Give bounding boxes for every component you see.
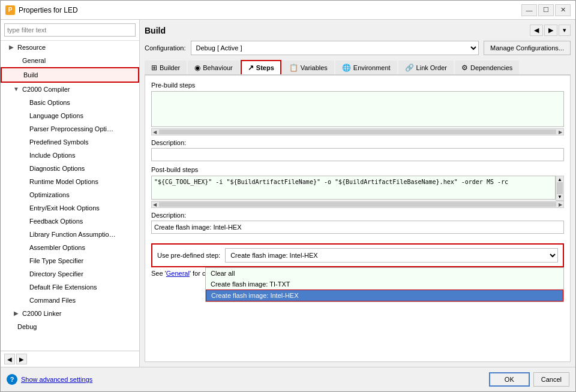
description-input-2[interactable] (151, 221, 564, 234)
tree-item-c2000-compiler[interactable]: ▼ C2000 Compiler (1, 83, 139, 96)
bottom-left: ? Show advanced settings (7, 374, 92, 385)
bottom-buttons: OK Cancel (489, 372, 569, 387)
close-button[interactable]: ✕ (555, 4, 571, 16)
tab-steps[interactable]: ↗ Steps (241, 60, 281, 74)
search-bar (1, 20, 139, 41)
help-icon[interactable]: ? (7, 374, 17, 385)
post-build-scrollbar-h[interactable]: ◀ ▶ (151, 201, 564, 208)
steps-content: Pre-build steps ◀ ▶ Description: Post-bu… (145, 75, 571, 362)
tree-item-general[interactable]: ▶ General (1, 54, 139, 67)
nav-back-button[interactable]: ◀ (4, 354, 15, 364)
tab-behaviour[interactable]: ◉ Behaviour (188, 61, 239, 74)
dropdown-option-clear-all[interactable]: Clear all (206, 268, 563, 279)
tree-label-general: General (22, 55, 46, 66)
tree-item-basic-options[interactable]: ▶ Basic Options (1, 96, 139, 109)
panel-forward-button[interactable]: ▶ (544, 25, 557, 36)
search-input[interactable] (4, 23, 136, 37)
config-select[interactable]: Debug [ Active ] (191, 41, 479, 55)
dropdown-option-intel-hex[interactable]: Create flash image: Intel-HEX (206, 290, 563, 301)
config-row: Configuration: Debug [ Active ] Manage C… (145, 41, 571, 55)
tree-item-optimizations[interactable]: ▶ Optimizations (1, 188, 139, 201)
tree-item-c2000-linker[interactable]: ▶ C2000 Linker (1, 307, 139, 320)
tab-variables-label: Variables (301, 64, 328, 71)
tree-label-parser: Parser Preprocessing Opti… (29, 123, 113, 134)
environment-icon: 🌐 (342, 64, 351, 72)
ok-button[interactable]: OK (489, 372, 530, 387)
use-predefined-select[interactable]: Clear all Create flash image: TI-TXT Cre… (225, 248, 558, 263)
tree-label-library: Library Function Assumptio… (29, 229, 116, 240)
tab-builder[interactable]: ⊞ Builder (145, 61, 187, 74)
show-advanced-link[interactable]: Show advanced settings (21, 376, 92, 383)
title-bar-left: P Properties for LED (5, 5, 78, 15)
tree-item-library-function[interactable]: ▶ Library Function Assumptio… (1, 228, 139, 241)
maximize-button[interactable]: ☐ (538, 4, 554, 16)
tree-label-build: Build (23, 70, 38, 80)
tree-item-feedback-options[interactable]: ▶ Feedback Options (1, 215, 139, 228)
tree-label-c2000-linker: C2000 Linker (22, 308, 61, 319)
tree-item-predefined-symbols[interactable]: ▶ Predefined Symbols (1, 135, 139, 149)
scroll-left-2: ◀ (153, 202, 157, 207)
dependencies-icon: ⚙ (461, 64, 468, 72)
cancel-button[interactable]: Cancel (533, 372, 569, 387)
tree-item-include-options[interactable]: ▶ Include Options (1, 149, 139, 162)
tree-item-assembler-options[interactable]: ▶ Assembler Options (1, 241, 139, 254)
main-content-area: ▶ Resource ▶ General ▶ Build ▼ C2000 Com… (1, 20, 575, 367)
tab-environment[interactable]: 🌐 Environment (335, 61, 397, 74)
tree-item-runtime-model[interactable]: ▶ Runtime Model Options (1, 175, 139, 188)
tab-dependencies-label: Dependencies (470, 64, 512, 71)
panel-title: Build (145, 26, 166, 35)
description-input-1[interactable] (151, 148, 564, 161)
dropdown-option-ti-txt[interactable]: Create flash image: TI-TXT (206, 279, 563, 290)
steps-icon: ↗ (248, 64, 254, 72)
post-build-scrollbar-v[interactable]: ▲ ▼ (556, 176, 564, 201)
use-predefined-label: Use pre-defined step: (157, 252, 220, 259)
tree-label-directory: Directory Specifier (29, 269, 83, 279)
tree-arrow-resource: ▶ (8, 44, 15, 51)
tree-item-language-options[interactable]: ▶ Language Options (1, 109, 139, 122)
use-predefined-row: Use pre-defined step: Clear all Create f… (151, 243, 564, 267)
tree-item-debug[interactable]: ▶ Debug (1, 320, 139, 333)
tab-dependencies[interactable]: ⚙ Dependencies (455, 61, 519, 74)
tree-item-entry-exit[interactable]: ▶ Entry/Exit Hook Options (1, 201, 139, 215)
tab-link-order[interactable]: 🔗 Link Order (398, 61, 454, 74)
tree-item-file-type[interactable]: ▶ File Type Specifier (1, 254, 139, 267)
tree-label-command-files: Command Files (29, 295, 76, 306)
manage-configurations-button[interactable]: Manage Configurations... (484, 41, 571, 55)
right-panel: Build ◀ ▶ ▾ Configuration: Debug [ Activ… (140, 20, 575, 367)
window-title: Properties for LED (19, 6, 78, 14)
tree-item-parser-preprocessing[interactable]: ▶ Parser Preprocessing Opti… (1, 122, 139, 135)
description-label-1: Description: (151, 139, 564, 146)
tree-label-diagnostic: Diagnostic Options (29, 163, 85, 174)
main-window: P Properties for LED — ☐ ✕ ▶ Resource (0, 0, 576, 392)
pre-build-textarea[interactable] (151, 91, 564, 127)
panel-back-button[interactable]: ◀ (530, 25, 543, 36)
tree-label-runtime: Runtime Model Options (29, 176, 98, 187)
tree-item-resource[interactable]: ▶ Resource (1, 41, 139, 54)
nav-forward-button[interactable]: ▶ (16, 354, 27, 364)
tree-item-command-files[interactable]: ▶ Command Files (1, 294, 139, 307)
behaviour-icon: ◉ (194, 64, 200, 72)
tab-variables[interactable]: 📋 Variables (283, 61, 334, 74)
title-controls: — ☐ ✕ (521, 4, 571, 16)
left-panel-bottom: ◀ ▶ (1, 351, 139, 367)
general-link[interactable]: General (166, 270, 190, 277)
window-icon: P (5, 5, 15, 15)
tabs-bar: ⊞ Builder ◉ Behaviour ↗ Steps 📋 Variable… (145, 60, 571, 75)
tree-label-resource: Resource (17, 42, 46, 53)
tree-item-default-file-ext[interactable]: ▶ Default File Extensions (1, 281, 139, 294)
post-build-textarea[interactable]: "${CG_TOOL_HEX}" -i "${BuildArtifactFile… (151, 176, 556, 200)
tree-label-predefined: Predefined Symbols (29, 137, 88, 147)
tree-item-build[interactable]: ▶ Build (1, 67, 139, 83)
scroll-right-arrow: ▶ (559, 129, 562, 135)
tree-label-c2000-compiler: C2000 Compiler (22, 84, 70, 95)
scroll-thumb-v (557, 182, 563, 194)
minimize-button[interactable]: — (521, 4, 537, 16)
description-label-2: Description: (151, 212, 564, 219)
tree-label-default-ext: Default File Extensions (29, 282, 97, 293)
panel-dropdown-button[interactable]: ▾ (559, 25, 571, 36)
tree-label-basic-options: Basic Options (29, 97, 70, 108)
pre-build-scrollbar-h[interactable]: ◀ ▶ (151, 128, 564, 135)
tab-environment-label: Environment (353, 64, 391, 71)
tree-item-diagnostic-options[interactable]: ▶ Diagnostic Options (1, 162, 139, 175)
tree-item-directory-specifier[interactable]: ▶ Directory Specifier (1, 267, 139, 281)
